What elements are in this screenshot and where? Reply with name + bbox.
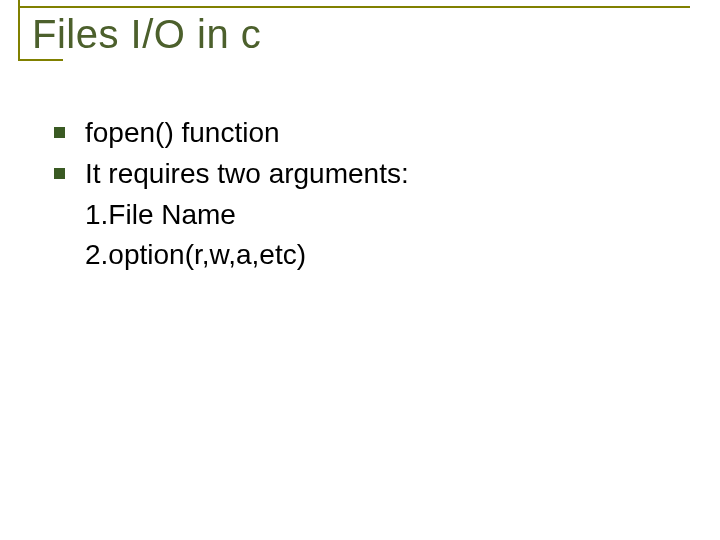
sub-line: 2.option(r,w,a,etc) [85, 237, 680, 273]
sub-line: 1.File Name [85, 197, 680, 233]
title-block: Files I/O in c [18, 6, 690, 61]
title-rule-bottom [18, 59, 63, 61]
square-bullet-icon [54, 127, 65, 138]
bullet-text: fopen() function [85, 115, 280, 150]
bullet-row: It requires two arguments: [54, 156, 680, 191]
square-bullet-icon [54, 168, 65, 179]
title-rule-bottom-wrap [18, 59, 690, 61]
slide: Files I/O in c fopen() function It requi… [0, 0, 720, 540]
slide-title: Files I/O in c [18, 8, 690, 59]
bullet-row: fopen() function [54, 115, 680, 150]
title-rule-vertical [18, 0, 20, 61]
bullet-text: It requires two arguments: [85, 156, 409, 191]
body-content: fopen() function It requires two argumen… [54, 115, 680, 278]
